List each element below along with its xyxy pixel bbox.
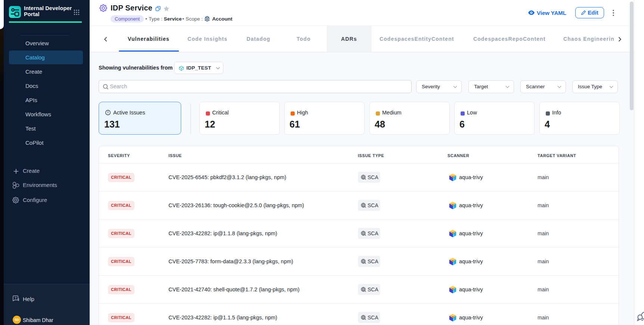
svg-text:?: ?: [15, 296, 16, 300]
